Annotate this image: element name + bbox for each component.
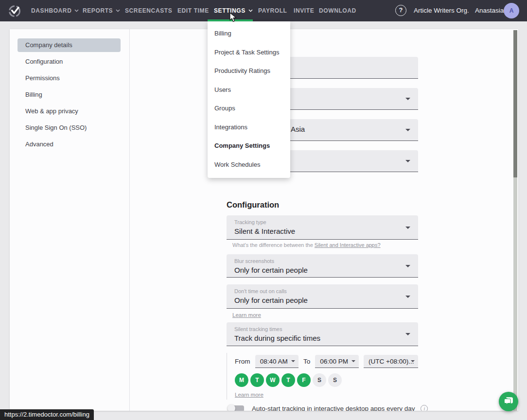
sidebar-item-company-details[interactable]: Company details <box>18 38 121 52</box>
day-friday[interactable]: F <box>297 373 311 387</box>
nav-reports-label: REPORTS <box>83 0 113 21</box>
timedoctor-logo-icon[interactable] <box>8 4 21 18</box>
nav-download-label: DOWNLOAD <box>319 0 356 21</box>
weekday-picker: M T W T F S S <box>235 373 418 387</box>
menu-item-productivity-ratings[interactable]: Productivity Ratings <box>208 62 290 81</box>
avatar[interactable]: A <box>504 3 519 18</box>
sidebar-item-sso[interactable]: Single Sign On (SSO) <box>18 121 121 135</box>
dont-time-out-value: Only for certain people <box>234 296 410 304</box>
settings-dropdown-menu: Billing Project & Task Settings Producti… <box>208 21 290 178</box>
day-saturday[interactable]: S <box>313 373 326 387</box>
menu-item-project-task-settings[interactable]: Project & Task Settings <box>208 43 290 62</box>
dont-time-out-label: Don't time out on calls <box>234 288 410 294</box>
nav-reports[interactable]: REPORTS <box>83 0 120 21</box>
nav-download[interactable]: DOWNLOAD <box>319 0 356 21</box>
dropdown-arrow-icon <box>405 333 410 335</box>
dont-time-out-select[interactable]: Don't time out on calls Only for certain… <box>227 284 418 309</box>
settings-sidebar: Company details Configuration Permission… <box>10 29 130 411</box>
sidebar-item-advanced[interactable]: Advanced <box>18 138 121 151</box>
from-time-value: 08:40 AM <box>260 358 288 365</box>
dropdown-arrow-icon <box>351 360 355 362</box>
chat-bubble-icon <box>503 396 514 407</box>
scrollbar-track[interactable] <box>513 30 517 411</box>
sidebar-item-configuration[interactable]: Configuration <box>18 55 121 69</box>
to-label: To <box>303 358 310 365</box>
nav-settings[interactable]: SETTINGS <box>214 0 253 21</box>
auto-start-label: Auto-start tracking in interactive deskt… <box>252 405 415 411</box>
day-monday[interactable]: M <box>235 373 248 387</box>
menu-item-billing[interactable]: Billing <box>208 24 290 43</box>
configuration-heading: Configuration <box>227 200 279 210</box>
tracking-type-select[interactable]: Tracking type Silent & Interactive <box>227 215 418 240</box>
nav-screencasts[interactable]: SCREENCASTS <box>125 0 172 21</box>
timezone-select[interactable]: (UTC +08:00)... <box>364 355 418 368</box>
nav-invite[interactable]: INVITE <box>294 0 314 21</box>
timezone-select-value: (UTC +08:00)... <box>369 358 414 365</box>
tracking-type-value: Silent & Interactive <box>234 227 410 235</box>
dropdown-arrow-icon <box>405 296 410 298</box>
blur-screenshots-value: Only for certain people <box>234 266 410 274</box>
silent-tracking-times-label: Silent tracking times <box>234 326 410 332</box>
nav-settings-label: SETTINGS <box>214 0 246 21</box>
time-range-row: From 08:40 AM To 06:00 PM (UTC +08:00)..… <box>235 354 418 368</box>
to-time-select[interactable]: 06:00 PM <box>315 355 359 368</box>
nav-payroll-label: PAYROLL <box>258 0 287 21</box>
schedule-learn-more-link[interactable]: Learn more <box>235 392 264 398</box>
dont-time-out-learn-more-link[interactable]: Learn more <box>232 312 261 318</box>
top-navbar: DASHBOARD REPORTS SCREENCASTS EDIT TIME … <box>0 0 527 21</box>
nav-screencasts-label: SCREENCASTS <box>125 0 172 21</box>
day-wednesday[interactable]: W <box>266 373 280 387</box>
nav-invite-label: INVITE <box>294 0 314 21</box>
nav-edit-time-label: EDIT TIME <box>177 0 209 21</box>
day-thursday[interactable]: T <box>281 373 295 387</box>
from-label: From <box>235 358 250 365</box>
user-name[interactable]: Anastasia <box>475 0 504 21</box>
nav-edit-time[interactable]: EDIT TIME <box>177 0 209 21</box>
dropdown-arrow-icon <box>405 160 410 162</box>
org-name: Article Writers Org. <box>414 0 469 21</box>
help-icon[interactable]: ? <box>395 5 406 16</box>
sidebar-item-permissions[interactable]: Permissions <box>18 71 121 85</box>
auto-start-toggle[interactable] <box>228 404 246 411</box>
blur-screenshots-select[interactable]: Blur screenshots Only for certain people <box>227 254 418 278</box>
to-time-value: 06:00 PM <box>320 358 348 365</box>
dropdown-arrow-icon <box>405 129 410 131</box>
dropdown-arrow-icon <box>405 98 410 100</box>
auto-start-row: Auto-start tracking in interactive deskt… <box>228 404 428 411</box>
menu-item-work-schedules[interactable]: Work Schedules <box>208 156 290 175</box>
dropdown-arrow-icon <box>411 360 415 362</box>
scrollbar-thumb[interactable] <box>513 30 517 177</box>
chat-widget-button[interactable] <box>499 392 518 411</box>
tracking-schedule-block: From 08:40 AM To 06:00 PM (UTC +08:00)..… <box>227 353 418 400</box>
day-tuesday[interactable]: T <box>250 373 264 387</box>
menu-item-users[interactable]: Users <box>208 81 290 100</box>
nav-dashboard-label: DASHBOARD <box>31 0 71 21</box>
nav-dashboard[interactable]: DASHBOARD <box>31 0 79 21</box>
blur-screenshots-label: Blur screenshots <box>234 258 410 264</box>
silent-tracking-times-select[interactable]: Silent tracking times Track during speci… <box>227 322 418 346</box>
tracking-type-label: Tracking type <box>234 219 410 225</box>
toggle-thumb <box>228 404 235 411</box>
timezone-value: Asia <box>291 125 305 133</box>
menu-item-groups[interactable]: Groups <box>208 99 290 118</box>
info-icon[interactable]: i <box>421 405 428 411</box>
silent-tracking-times-value: Track during specific times <box>234 334 410 342</box>
sidebar-item-billing[interactable]: Billing <box>18 88 121 102</box>
helper-text: What's the difference between the <box>232 242 315 248</box>
chevron-down-icon <box>248 9 253 12</box>
status-bar-url: https://2.timedoctor.com/billing <box>0 409 94 420</box>
dropdown-arrow-icon <box>405 265 410 267</box>
sidebar-item-web-app-privacy[interactable]: Web & app privacy <box>18 105 121 118</box>
silent-interactive-apps-link[interactable]: Silent and Interactive apps? <box>315 242 381 248</box>
nav-payroll[interactable]: PAYROLL <box>258 0 287 21</box>
dropdown-arrow-icon <box>291 360 295 362</box>
chevron-down-icon <box>116 9 120 12</box>
dropdown-arrow-icon <box>405 227 410 229</box>
tracking-type-helper: What's the difference between the Silent… <box>232 242 381 248</box>
day-sunday[interactable]: S <box>328 373 342 387</box>
menu-item-integrations[interactable]: Integrations <box>208 118 290 137</box>
menu-item-company-settings[interactable]: Company Settings <box>208 137 290 156</box>
chevron-down-icon <box>74 9 79 12</box>
from-time-select[interactable]: 08:40 AM <box>255 355 299 368</box>
